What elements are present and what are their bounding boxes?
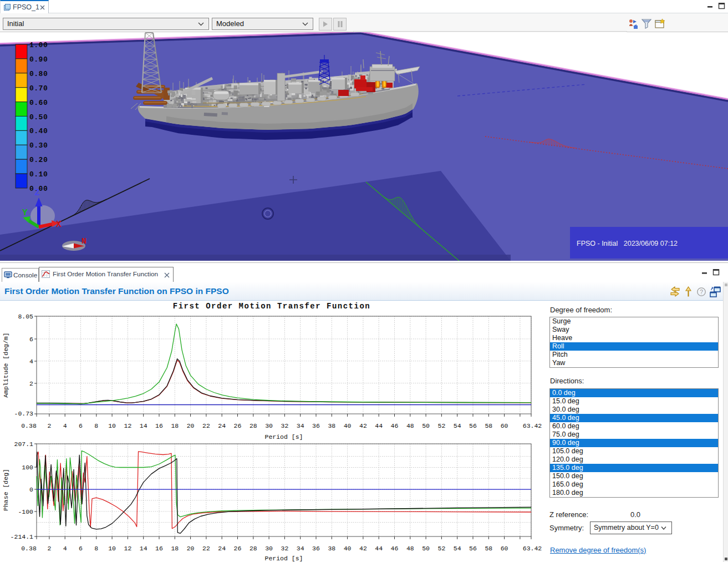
svg-text:16: 16 <box>155 422 163 429</box>
svg-text:44: 44 <box>375 545 383 552</box>
svg-text:2: 2 <box>29 380 33 387</box>
svg-text:2: 2 <box>47 545 51 552</box>
svg-text:0.70: 0.70 <box>29 84 48 93</box>
svg-text:28: 28 <box>250 422 257 429</box>
svg-text:100: 100 <box>22 464 33 471</box>
svg-text:0: 0 <box>29 486 33 493</box>
svg-text:Amplitude [deg/m]: Amplitude [deg/m] <box>2 332 9 397</box>
svg-text:FPSO - Initial 2023/06/09 07: FPSO - Initial 2023/06/09 07:12 <box>577 240 678 247</box>
svg-text:60: 60 <box>501 422 508 429</box>
svg-text:26: 26 <box>234 545 242 552</box>
svg-text:6: 6 <box>29 336 33 343</box>
svg-text:22: 22 <box>202 545 210 552</box>
svg-text:0.38: 0.38 <box>21 422 37 429</box>
svg-text:42: 42 <box>359 422 367 429</box>
svg-text:56: 56 <box>469 422 477 429</box>
svg-text:-0.73: -0.73 <box>14 410 33 417</box>
svg-text:0.38: 0.38 <box>21 545 37 552</box>
svg-text:?: ? <box>700 288 703 295</box>
svg-text:10: 10 <box>108 545 116 552</box>
svg-text:N: N <box>82 237 86 246</box>
svg-text:16: 16 <box>155 545 163 552</box>
svg-text:22: 22 <box>202 422 210 429</box>
svg-text:First Order Motion Transfer Fu: First Order Motion Transfer Function <box>173 302 370 311</box>
svg-text:58: 58 <box>485 545 492 552</box>
svg-text:0.30: 0.30 <box>29 141 48 150</box>
svg-text:30: 30 <box>265 422 273 429</box>
svg-text:207.1: 207.1 <box>14 441 33 448</box>
svg-text:6: 6 <box>79 422 83 429</box>
svg-text:40: 40 <box>344 545 352 552</box>
svg-text:0.60: 0.60 <box>29 99 48 107</box>
svg-text:40: 40 <box>344 422 352 429</box>
svg-text:24: 24 <box>218 422 226 429</box>
svg-text:34: 34 <box>297 422 304 429</box>
svg-text:44: 44 <box>375 422 383 429</box>
svg-text:38: 38 <box>328 545 335 552</box>
svg-text:4: 4 <box>63 545 67 552</box>
svg-text:54: 54 <box>454 545 461 552</box>
svg-text:Period [s]: Period [s] <box>264 433 303 441</box>
svg-text:54: 54 <box>454 422 461 429</box>
svg-text:0.50: 0.50 <box>29 113 48 121</box>
svg-text:0.20: 0.20 <box>29 156 48 164</box>
svg-text:52: 52 <box>437 422 445 429</box>
svg-text:14: 14 <box>140 422 147 429</box>
svg-text:0.10: 0.10 <box>29 170 48 179</box>
svg-text:6: 6 <box>79 545 83 552</box>
svg-text:56: 56 <box>469 545 477 552</box>
svg-text:10: 10 <box>108 422 116 429</box>
svg-text:63.42: 63.42 <box>523 422 542 429</box>
svg-text:18: 18 <box>171 422 179 429</box>
svg-text:24: 24 <box>218 545 226 552</box>
svg-text:46: 46 <box>391 422 399 429</box>
svg-text:12: 12 <box>124 545 131 552</box>
svg-text:36: 36 <box>312 422 320 429</box>
svg-text:18: 18 <box>171 545 179 552</box>
svg-text:0.80: 0.80 <box>29 70 48 78</box>
svg-text:32: 32 <box>281 545 288 552</box>
svg-text:2: 2 <box>47 422 51 429</box>
svg-text:48: 48 <box>406 422 414 429</box>
svg-text:63.42: 63.42 <box>523 545 542 552</box>
svg-text:48: 48 <box>406 545 414 552</box>
svg-text:46: 46 <box>391 545 399 552</box>
svg-text:12: 12 <box>124 422 131 429</box>
svg-text:4: 4 <box>63 422 67 429</box>
svg-text:X: X <box>56 220 62 230</box>
svg-text:14: 14 <box>140 545 147 552</box>
svg-text:52: 52 <box>437 545 445 552</box>
svg-text:20: 20 <box>187 545 195 552</box>
svg-text:30: 30 <box>265 545 273 552</box>
svg-text:28: 28 <box>250 545 257 552</box>
svg-text:4: 4 <box>29 358 33 365</box>
svg-text:42: 42 <box>359 545 367 552</box>
svg-text:8.05: 8.05 <box>18 313 33 320</box>
svg-text:1.00: 1.00 <box>29 41 48 49</box>
svg-text:-100: -100 <box>18 508 33 515</box>
svg-text:8: 8 <box>94 422 98 429</box>
svg-text:26: 26 <box>234 422 242 429</box>
svg-text:-214.1: -214.1 <box>11 533 34 540</box>
svg-text:0.90: 0.90 <box>29 55 48 64</box>
svg-text:Phase [deg]: Phase [deg] <box>2 469 9 511</box>
svg-text:Z: Z <box>34 188 40 198</box>
svg-text:Y: Y <box>22 208 28 218</box>
svg-text:38: 38 <box>328 422 335 429</box>
svg-text:32: 32 <box>281 422 288 429</box>
svg-text:36: 36 <box>312 545 320 552</box>
svg-text:50: 50 <box>422 422 430 429</box>
svg-text:0.40: 0.40 <box>29 127 48 135</box>
svg-text:50: 50 <box>422 545 430 552</box>
svg-text:Period [s]: Period [s] <box>264 555 303 562</box>
svg-text:60: 60 <box>501 545 508 552</box>
svg-text:58: 58 <box>485 422 492 429</box>
svg-text:8: 8 <box>94 545 98 552</box>
svg-text:34: 34 <box>297 545 304 552</box>
svg-text:20: 20 <box>187 422 195 429</box>
